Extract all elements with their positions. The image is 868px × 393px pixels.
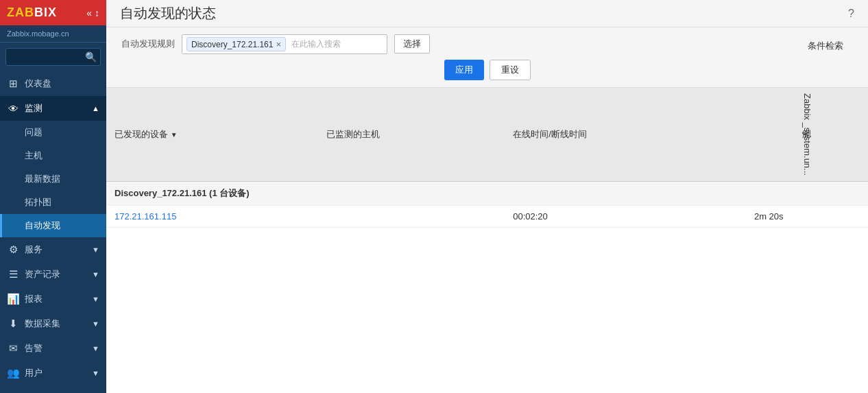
sort-arrow-icon: ▼ bbox=[171, 131, 178, 139]
device-cell: 172.21.161.115 bbox=[106, 205, 318, 227]
th-device[interactable]: 已发现的设备 ▼ bbox=[106, 88, 318, 181]
sidebar-header: ZABBIX « ↕ bbox=[0, 0, 106, 25]
th-monitored-host: 已监测的主机 bbox=[318, 88, 505, 181]
select-button[interactable]: 选择 bbox=[394, 34, 430, 53]
table-row: 172.21.161.115 00:02:20 2m 20s bbox=[106, 205, 868, 227]
tag-chip-label: Discovery_172.21.161 bbox=[191, 40, 273, 49]
chevron-down-icon: ▼ bbox=[92, 320, 99, 328]
search-icon: 🔍 bbox=[85, 51, 97, 62]
sidebar-item-management[interactable]: ⚙ 管理 ▼ bbox=[0, 385, 106, 393]
chevron-down-icon: ▼ bbox=[92, 295, 99, 303]
sidebar-item-label: 告警 bbox=[25, 342, 43, 355]
sidebar-item-label: 仪表盘 bbox=[25, 78, 51, 90]
sidebar-item-label: 服务 bbox=[25, 243, 43, 256]
sidebar-item-label: 资产记录 bbox=[25, 268, 60, 281]
sidebar-item-label: 用户 bbox=[25, 367, 43, 379]
sidebar-item-label: 数据采集 bbox=[25, 318, 60, 330]
sidebar-domain: Zabbix.mobage.cn bbox=[0, 25, 106, 43]
sidebar: ZABBIX « ↕ Zabbix.mobage.cn 🔍 ⊞ 仪表盘 👁 监测… bbox=[0, 0, 106, 393]
hosts-label: 主机 bbox=[25, 150, 43, 162]
sidebar-item-auto-discovery[interactable]: 自动发现 bbox=[0, 214, 106, 237]
filter-tags-input[interactable]: Discovery_172.21.161 × 在此输入搜索 bbox=[182, 34, 387, 54]
th-uptime-label: 在线时间/断线时间 bbox=[513, 129, 587, 139]
sidebar-item-hosts[interactable]: 主机 bbox=[0, 144, 106, 167]
sidebar-item-reports[interactable]: 📊 报表 ▼ bbox=[0, 287, 106, 311]
dashboard-icon: ⊞ bbox=[7, 78, 19, 90]
main-content: 自动发现的状态 ? 条件检索 自动发现规则 Discovery_172.21.1… bbox=[106, 0, 868, 393]
chevron-down-icon: ▼ bbox=[92, 344, 99, 353]
th-device-label: 已发现的设备 bbox=[114, 129, 168, 139]
auto-discovery-label: 自动发现 bbox=[25, 219, 60, 232]
filter-row: 自动发现规则 Discovery_172.21.161 × 在此输入搜索 选择 bbox=[120, 34, 854, 54]
services-icon: ⚙ bbox=[7, 243, 19, 256]
th-zabbix-agent: Zabbix 腮_system.un... bbox=[746, 88, 868, 181]
reports-icon: 📊 bbox=[7, 293, 19, 305]
asset-records-icon: ☰ bbox=[7, 268, 19, 281]
topbar: 自动发现的状态 ? bbox=[106, 0, 868, 27]
th-uptime: 在线时间/断线时间 bbox=[505, 88, 746, 181]
sidebar-item-alerts[interactable]: ✉ 告警 ▼ bbox=[0, 336, 106, 361]
resize-icon[interactable]: ↕ bbox=[95, 8, 99, 19]
topology-label: 拓扑图 bbox=[25, 196, 51, 209]
alerts-icon: ✉ bbox=[7, 342, 19, 355]
content-area: 已发现的设备 ▼ 已监测的主机 在线时间/断线时间 Zabbix 腮_syste… bbox=[106, 88, 868, 393]
group-header-cell: Discovery_172.21.161 (1 台设备) bbox=[106, 181, 868, 205]
chevron-up-icon: ▲ bbox=[92, 104, 99, 112]
condition-filter-button[interactable]: 条件检索 bbox=[808, 40, 843, 52]
tag-input-placeholder: 在此输入搜索 bbox=[289, 38, 343, 50]
zabbix-logo: ZABBIX bbox=[7, 5, 57, 20]
discovery-table: 已发现的设备 ▼ 已监测的主机 在线时间/断线时间 Zabbix 腮_syste… bbox=[106, 88, 868, 228]
filter-tag-chip: Discovery_172.21.161 × bbox=[186, 37, 286, 51]
monitored-host-cell bbox=[318, 205, 505, 227]
group-header-row: Discovery_172.21.161 (1 台设备) bbox=[106, 181, 868, 205]
sidebar-search-container: 🔍 bbox=[0, 43, 106, 71]
latest-data-label: 最新数据 bbox=[25, 173, 60, 185]
sidebar-item-services[interactable]: ⚙ 服务 ▼ bbox=[0, 237, 106, 262]
th-monitored-host-label: 已监测的主机 bbox=[326, 129, 380, 139]
sidebar-item-data-collection[interactable]: ⬇ 数据采集 ▼ bbox=[0, 311, 106, 336]
table-header-row: 已发现的设备 ▼ 已监测的主机 在线时间/断线时间 Zabbix 腮_syste… bbox=[106, 88, 868, 181]
sidebar-item-latest-data[interactable]: 最新数据 bbox=[0, 167, 106, 191]
filter-bar: 条件检索 自动发现规则 Discovery_172.21.161 × 在此输入搜… bbox=[106, 27, 868, 88]
data-collection-icon: ⬇ bbox=[7, 318, 19, 330]
sidebar-item-asset-records[interactable]: ☰ 资产记录 ▼ bbox=[0, 262, 106, 287]
help-icon[interactable]: ? bbox=[848, 8, 854, 20]
monitoring-icon: 👁 bbox=[7, 103, 19, 115]
chevron-down-icon: ▼ bbox=[92, 369, 99, 377]
th-zabbix-agent-label: Zabbix 腮_system.un... bbox=[802, 93, 812, 176]
page-title: 自动发现的状态 bbox=[120, 4, 216, 23]
problems-label: 问题 bbox=[25, 126, 43, 139]
topbar-right: ? bbox=[848, 8, 854, 20]
filter-label: 自动发现规则 bbox=[120, 34, 175, 50]
filter-buttons: 应用 重设 bbox=[120, 60, 854, 80]
sidebar-item-users[interactable]: 👥 用户 ▼ bbox=[0, 361, 106, 385]
sidebar-item-dashboard[interactable]: ⊞ 仪表盘 bbox=[0, 71, 106, 96]
chevron-down-icon: ▼ bbox=[92, 246, 99, 254]
sidebar-item-monitoring[interactable]: 👁 监测 ▲ bbox=[0, 96, 106, 121]
users-icon: 👥 bbox=[7, 367, 19, 379]
uptime-cell: 00:02:20 bbox=[505, 205, 746, 227]
device-link[interactable]: 172.21.161.115 bbox=[114, 211, 176, 222]
sidebar-item-label: 报表 bbox=[25, 293, 43, 305]
apply-button[interactable]: 应用 bbox=[444, 60, 484, 80]
chevron-down-icon: ▼ bbox=[92, 270, 99, 278]
zabbix-value-cell: 2m 20s bbox=[746, 205, 868, 227]
tag-remove-button[interactable]: × bbox=[276, 39, 281, 49]
sidebar-controls: « ↕ bbox=[86, 8, 99, 19]
sidebar-item-topology[interactable]: 拓扑图 bbox=[0, 191, 106, 214]
reset-button[interactable]: 重设 bbox=[490, 60, 531, 80]
collapse-icon[interactable]: « bbox=[86, 8, 92, 19]
sidebar-item-problems[interactable]: 问题 bbox=[0, 121, 106, 144]
sidebar-item-label: 监测 bbox=[25, 102, 43, 115]
